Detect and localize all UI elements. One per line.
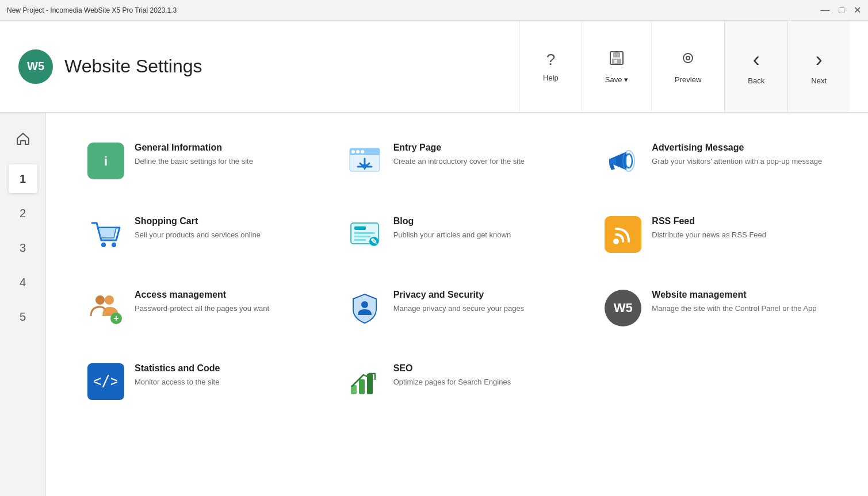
next-button[interactable]: › Next xyxy=(787,21,850,112)
minimize-icon[interactable]: — xyxy=(820,5,829,16)
svg-point-28 xyxy=(105,295,114,305)
titlebar-title: New Project - Incomedia WebSite X5 Pro T… xyxy=(7,6,820,14)
seo-icon xyxy=(346,363,383,400)
window-controls: — □ ✕ xyxy=(820,5,861,16)
main-layout: 1 2 3 4 5 i Gener xyxy=(0,113,868,496)
svg-rect-23 xyxy=(354,239,366,241)
access-management-icon: + xyxy=(87,290,124,326)
settings-item-shopping-cart[interactable]: Shopping Cart Sell your products and ser… xyxy=(81,209,316,260)
blog-icon: ✎ xyxy=(346,216,383,253)
settings-item-privacy-security[interactable]: Privacy and Security Manage privacy and … xyxy=(339,283,575,333)
website-management-text: Website management Manage the site with … xyxy=(652,290,816,314)
content-area: i General Information Define the basic s… xyxy=(46,113,868,496)
privacy-security-text: Privacy and Security Manage privacy and … xyxy=(393,290,525,314)
access-management-desc: Password-protect all the pages you want xyxy=(135,303,269,314)
svg-text:i: i xyxy=(104,154,108,168)
settings-item-entry-page[interactable]: Entry Page Create an introductory cover … xyxy=(339,136,575,186)
svg-rect-34 xyxy=(359,379,365,394)
save-label: Save ▾ xyxy=(605,75,628,84)
settings-item-rss-feed[interactable]: RSS Feed Distribute your news as RSS Fee… xyxy=(598,209,833,260)
settings-grid: i General Information Define the basic s… xyxy=(81,136,833,407)
settings-item-website-management[interactable]: W5 Website management Manage the site wi… xyxy=(598,283,833,333)
sidebar-step-5[interactable]: 5 xyxy=(9,302,37,331)
general-information-icon: i xyxy=(87,143,124,179)
app-logo: W5 xyxy=(18,49,53,84)
svg-point-27 xyxy=(95,295,105,305)
seo-title: SEO xyxy=(393,363,511,374)
statistics-code-icon: </> xyxy=(87,363,124,400)
svg-point-13 xyxy=(361,150,364,153)
privacy-security-desc: Manage privacy and secure your pages xyxy=(393,303,525,314)
sidebar-home-button[interactable] xyxy=(9,124,37,153)
help-button[interactable]: ? Help xyxy=(519,21,582,112)
shopping-cart-title: Shopping Cart xyxy=(135,216,261,226)
advertising-message-icon xyxy=(605,143,641,179)
advertising-message-text: Advertising Message Grab your visitors' … xyxy=(652,143,822,167)
blog-desc: Publish your articles and get known xyxy=(393,230,511,240)
settings-item-advertising-message[interactable]: Advertising Message Grab your visitors' … xyxy=(598,136,833,186)
rss-feed-desc: Distribute your news as RSS Feed xyxy=(652,230,766,240)
maximize-icon[interactable]: □ xyxy=(839,5,844,16)
rss-feed-title: RSS Feed xyxy=(652,216,766,226)
sidebar-step-4[interactable]: 4 xyxy=(9,268,37,297)
blog-text: Blog Publish your articles and get known xyxy=(393,216,511,240)
sidebar-step-1[interactable]: 1 xyxy=(9,164,37,193)
entry-page-text: Entry Page Create an introductory cover … xyxy=(393,143,525,167)
save-button[interactable]: Save ▾ xyxy=(582,21,651,112)
preview-icon xyxy=(679,49,697,71)
next-icon: › xyxy=(816,48,823,72)
entry-page-title: Entry Page xyxy=(393,143,525,153)
close-icon[interactable]: ✕ xyxy=(854,5,861,16)
svg-rect-20 xyxy=(354,226,366,230)
general-information-title: General Information xyxy=(135,143,253,153)
settings-item-access-management[interactable]: + Access management Password-protect all… xyxy=(81,283,316,333)
next-label: Next xyxy=(811,76,827,85)
titlebar: New Project - Incomedia WebSite X5 Pro T… xyxy=(0,0,868,21)
help-label: Help xyxy=(543,74,559,82)
sidebar-step-3[interactable]: 3 xyxy=(9,233,37,262)
shopping-cart-text: Shopping Cart Sell your products and ser… xyxy=(135,216,261,240)
general-information-desc: Define the basic settings for the site xyxy=(135,156,253,167)
back-icon: ‹ xyxy=(753,48,760,72)
save-icon xyxy=(608,49,625,71)
svg-point-26 xyxy=(613,239,619,244)
sidebar-step-2[interactable]: 2 xyxy=(9,199,37,228)
toolbar: W5 Website Settings ? Help Save ▾ xyxy=(0,21,868,113)
website-management-desc: Manage the site with the Control Panel o… xyxy=(652,303,816,314)
website-management-icon: W5 xyxy=(605,290,641,326)
settings-item-blog[interactable]: ✎ Blog Publish your articles and get kno… xyxy=(339,209,575,260)
svg-point-12 xyxy=(356,150,360,153)
page-title: Website Settings xyxy=(64,56,519,77)
svg-point-17 xyxy=(101,243,106,247)
advertising-message-title: Advertising Message xyxy=(652,143,822,153)
settings-item-statistics-code[interactable]: </> Statistics and Code Monitor access t… xyxy=(81,356,316,407)
svg-point-11 xyxy=(351,150,355,153)
back-button[interactable]: ‹ Back xyxy=(724,21,787,112)
svg-text:✎: ✎ xyxy=(370,237,377,246)
access-management-text: Access management Password-protect all t… xyxy=(135,290,269,314)
svg-text:</>: </> xyxy=(94,372,117,390)
toolbar-actions: ? Help Save ▾ Preview xyxy=(519,21,850,112)
general-information-text: General Information Define the basic set… xyxy=(135,143,253,167)
privacy-security-title: Privacy and Security xyxy=(393,290,525,300)
seo-desc: Optimize pages for Search Engines xyxy=(393,377,511,387)
entry-page-icon xyxy=(346,143,383,179)
sidebar: 1 2 3 4 5 xyxy=(0,113,46,496)
preview-button[interactable]: Preview xyxy=(651,21,724,112)
svg-point-31 xyxy=(361,301,368,308)
website-management-title: Website management xyxy=(652,290,816,300)
help-icon: ? xyxy=(546,51,556,69)
advertising-message-desc: Grab your visitors' attention with a pop… xyxy=(652,156,822,167)
statistics-code-desc: Monitor access to the site xyxy=(135,377,220,387)
privacy-security-icon xyxy=(346,290,383,326)
svg-text:+: + xyxy=(113,313,118,323)
shopping-cart-desc: Sell your products and services online xyxy=(135,230,261,240)
access-management-title: Access management xyxy=(135,290,269,300)
settings-item-seo[interactable]: SEO Optimize pages for Search Engines xyxy=(339,356,575,407)
svg-point-18 xyxy=(112,243,116,247)
rss-feed-text: RSS Feed Distribute your news as RSS Fee… xyxy=(652,216,766,240)
settings-item-general-information[interactable]: i General Information Define the basic s… xyxy=(81,136,316,186)
shopping-cart-icon xyxy=(87,216,124,253)
seo-text: SEO Optimize pages for Search Engines xyxy=(393,363,511,387)
svg-point-6 xyxy=(687,57,689,59)
